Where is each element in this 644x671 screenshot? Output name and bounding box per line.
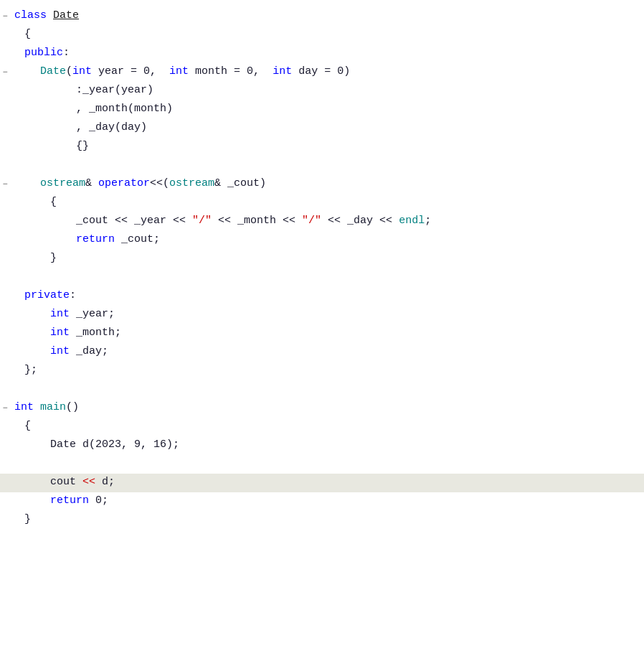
token: } bbox=[50, 250, 57, 267]
code-line: cout << d; bbox=[0, 474, 644, 492]
code-line: −ostream& operator<<(ostream& _cout) bbox=[0, 175, 644, 194]
code-line: { bbox=[0, 418, 644, 436]
code-text: } bbox=[14, 250, 57, 267]
indent-space bbox=[14, 26, 24, 43]
indent-space bbox=[14, 44, 24, 62]
token: public bbox=[24, 44, 63, 62]
token: }; bbox=[24, 362, 37, 379]
token: return bbox=[76, 231, 115, 248]
indent-space bbox=[14, 362, 24, 379]
indent-space bbox=[14, 119, 76, 136]
indent-space bbox=[14, 250, 50, 267]
code-text: public: bbox=[14, 44, 70, 62]
code-line: −Date(int year = 0, int month = 0, int d… bbox=[0, 63, 644, 82]
token: main bbox=[40, 399, 66, 416]
token: int bbox=[72, 63, 92, 80]
token: { bbox=[24, 26, 31, 43]
code-line: return 0; bbox=[0, 492, 644, 511]
token: ; bbox=[425, 212, 431, 230]
token: } bbox=[24, 511, 31, 528]
code-text: {} bbox=[14, 138, 89, 155]
token: cout bbox=[50, 474, 82, 491]
token: "/" bbox=[192, 212, 212, 230]
code-line: } bbox=[0, 250, 644, 268]
token: ( bbox=[66, 63, 72, 80]
token: _cout << _year << bbox=[76, 212, 192, 230]
code-text: Date(int year = 0, int month = 0, int da… bbox=[14, 63, 350, 80]
token: << _day << bbox=[321, 212, 399, 230]
indent-space bbox=[14, 138, 76, 155]
code-line bbox=[0, 380, 644, 399]
token: "/" bbox=[302, 212, 321, 230]
token: << bbox=[82, 474, 95, 491]
collapse-marker[interactable]: − bbox=[0, 178, 10, 192]
token: & bbox=[85, 175, 98, 192]
token: : bbox=[70, 287, 76, 304]
token: ostream bbox=[40, 175, 85, 192]
token: & _cout) bbox=[214, 175, 266, 192]
code-text: { bbox=[14, 418, 31, 435]
code-line: , _month(month) bbox=[0, 100, 644, 119]
code-text: ostream& operator<<(ostream& _cout) bbox=[14, 175, 266, 192]
collapse-marker[interactable]: − bbox=[0, 10, 10, 24]
collapse-marker[interactable]: − bbox=[0, 66, 10, 80]
token: return bbox=[50, 492, 89, 510]
token: private bbox=[24, 287, 70, 304]
code-line: _cout << _year << "/" << _month << "/" <… bbox=[0, 212, 644, 231]
collapse-marker[interactable]: − bbox=[0, 402, 10, 416]
indent-space bbox=[14, 63, 40, 80]
token: {} bbox=[76, 138, 89, 155]
indent-space bbox=[14, 418, 24, 435]
code-line: −int main() bbox=[0, 399, 644, 418]
token: int bbox=[50, 343, 70, 360]
code-line: {} bbox=[0, 138, 644, 156]
token: { bbox=[24, 418, 31, 435]
token: day = 0) bbox=[292, 63, 350, 80]
code-line: return _cout; bbox=[0, 231, 644, 250]
code-line bbox=[0, 156, 644, 175]
code-line: }; bbox=[0, 362, 644, 380]
token: ostream bbox=[169, 175, 214, 192]
token: _year; bbox=[70, 306, 115, 323]
token: int bbox=[14, 399, 34, 416]
code-line: int _year; bbox=[0, 306, 644, 324]
code-text: { bbox=[14, 194, 57, 211]
code-text: int _year; bbox=[14, 306, 115, 323]
indent-space bbox=[14, 436, 50, 454]
token bbox=[47, 7, 53, 24]
token: () bbox=[66, 399, 79, 416]
token: Date bbox=[53, 7, 79, 24]
indent-space bbox=[14, 474, 50, 491]
code-line: int _day; bbox=[0, 343, 644, 362]
code-text: , _month(month) bbox=[14, 100, 173, 118]
code-line: , _day(day) bbox=[0, 119, 644, 138]
token: , _month(month) bbox=[76, 100, 173, 118]
token: , _day(day) bbox=[76, 119, 147, 136]
code-text: int main() bbox=[14, 399, 79, 416]
code-text: return _cout; bbox=[14, 231, 160, 248]
indent-space bbox=[14, 175, 40, 192]
token: d; bbox=[95, 474, 115, 491]
token: year = 0, bbox=[92, 63, 169, 80]
indent-space bbox=[14, 343, 50, 360]
code-line: private: bbox=[0, 287, 644, 306]
code-text: class Date bbox=[14, 7, 79, 24]
token: _cout; bbox=[115, 231, 160, 248]
indent-space bbox=[14, 492, 50, 510]
indent-space bbox=[14, 287, 24, 304]
token: endl bbox=[399, 212, 425, 230]
token: Date d(2023, 9, 16); bbox=[50, 436, 179, 454]
code-line bbox=[0, 268, 644, 287]
code-text: }; bbox=[14, 362, 37, 379]
token: int bbox=[169, 63, 189, 80]
code-line: { bbox=[0, 26, 644, 44]
token: int bbox=[50, 306, 70, 323]
indent-space bbox=[14, 100, 76, 118]
code-line: { bbox=[0, 194, 644, 212]
indent-space bbox=[14, 82, 76, 99]
token: month = 0, bbox=[189, 63, 273, 80]
code-text: int _month; bbox=[14, 324, 121, 342]
token: :_year(year) bbox=[76, 82, 153, 99]
code-line: −class Date bbox=[0, 7, 644, 26]
code-text: Date d(2023, 9, 16); bbox=[14, 436, 179, 454]
